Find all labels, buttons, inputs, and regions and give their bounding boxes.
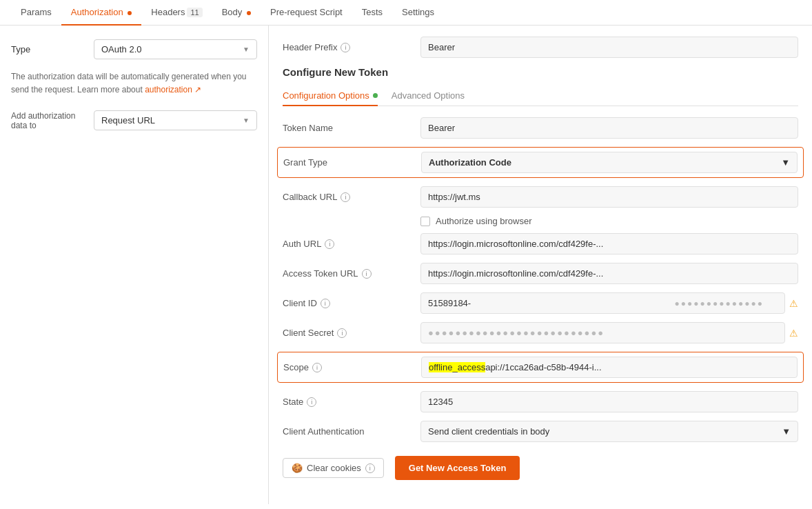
type-value: OAuth 2.0 (101, 44, 142, 54)
scope-label: Scope i (283, 362, 421, 372)
scope-rest: api://1cca26ad-c58b-4944-i... (485, 362, 601, 372)
authorize-browser-checkbox[interactable] (420, 217, 430, 226)
tab-body[interactable]: Body (212, 0, 261, 26)
get-token-button[interactable]: Get New Access Token (395, 456, 520, 480)
tab-headers[interactable]: Headers11 (141, 0, 212, 26)
header-prefix-info-icon[interactable]: i (341, 43, 350, 52)
client-secret-info-icon[interactable]: i (337, 328, 347, 338)
header-prefix-label: Header Prefix i (283, 42, 420, 52)
tab-tests[interactable]: Tests (352, 0, 392, 26)
token-name-input[interactable] (420, 117, 798, 139)
client-id-info-icon[interactable]: i (321, 299, 330, 308)
left-panel: Type OAuth 2.0 ▼ The authorization data … (0, 26, 269, 504)
add-auth-select[interactable]: Request URL ▼ (94, 110, 257, 130)
state-info-icon[interactable]: i (307, 397, 316, 407)
client-id-label: Client ID i (283, 298, 420, 308)
sub-tab-configuration[interactable]: Configuration Options (283, 86, 378, 106)
chevron-down-icon: ▼ (782, 426, 791, 437)
configure-title: Configure New Token (283, 66, 798, 78)
auth-url-info-icon[interactable]: i (325, 239, 334, 249)
client-secret-input[interactable]: ●●●●●●●●●●●●●●●●●●●●●●●●●● (420, 322, 785, 343)
token-name-label: Token Name (283, 123, 420, 133)
client-id-blurred: ●●●●●●●●●●●●●● (675, 299, 764, 308)
header-prefix-input[interactable] (420, 37, 798, 58)
add-auth-row: Add authorization data to Request URL ▼ (11, 110, 257, 130)
client-auth-row: Client Authentication Send client creden… (283, 421, 798, 442)
client-secret-row: Client Secret i ●●●●●●●●●●●●●●●●●●●●●●●●… (283, 322, 798, 343)
clear-cookies-button[interactable]: 🍪 Clear cookies i (283, 458, 384, 478)
type-select[interactable]: OAuth 2.0 ▼ (94, 39, 257, 59)
chevron-down-icon: ▼ (243, 46, 250, 53)
config-dot (373, 93, 378, 98)
auth-url-label: Auth URL i (283, 239, 420, 249)
client-secret-label: Client Secret i (283, 328, 420, 338)
chevron-down-icon: ▼ (243, 117, 250, 124)
state-input[interactable] (420, 391, 798, 412)
authorization-link[interactable]: authorization ↗ (145, 85, 201, 94)
grant-type-select[interactable]: Authorization Code ▼ (421, 152, 798, 173)
state-row: State i (283, 391, 798, 412)
tab-settings[interactable]: Settings (392, 0, 444, 26)
grant-type-row: Grant Type Authorization Code ▼ (277, 147, 804, 178)
authorize-browser-row: Authorize using browser (420, 216, 798, 226)
type-label: Type (11, 44, 94, 54)
tab-params[interactable]: Params (11, 0, 61, 26)
client-auth-select[interactable]: Send client credentials in body ▼ (420, 421, 798, 442)
body-dot (247, 11, 251, 15)
callback-url-info-icon[interactable]: i (341, 192, 350, 202)
auth-url-row: Auth URL i (283, 233, 798, 254)
access-token-url-row: Access Token URL i (283, 263, 798, 284)
clear-cookies-info-icon[interactable]: i (365, 463, 375, 473)
sub-tab-advanced[interactable]: Advanced Options (392, 86, 465, 106)
right-panel: Header Prefix i Configure New Token Conf… (269, 26, 812, 504)
auth-dot (128, 11, 132, 15)
scope-input[interactable]: offline_access api://1cca26ad-c58b-4944-… (421, 357, 798, 378)
sub-tab-bar: Configuration Options Advanced Options (283, 86, 798, 106)
authorize-browser-label: Authorize using browser (436, 216, 531, 226)
header-prefix-row: Header Prefix i (283, 37, 798, 58)
headers-badge: 11 (187, 8, 202, 17)
info-text: The authorization data will be automatic… (11, 70, 257, 97)
callback-url-input[interactable] (420, 186, 798, 208)
tab-authorization[interactable]: Authorization (61, 0, 142, 26)
client-secret-warning-icon: ⚠ (789, 328, 798, 339)
access-token-url-info-icon[interactable]: i (362, 269, 372, 279)
client-id-warning-icon: ⚠ (789, 298, 798, 309)
scope-highlight: offline_access (429, 362, 485, 372)
scope-info-icon[interactable]: i (312, 363, 322, 372)
scope-row: Scope i offline_access api://1cca26ad-c5… (277, 352, 804, 383)
client-auth-value: Send client credentials in body (428, 426, 549, 437)
client-auth-label: Client Authentication (283, 426, 420, 437)
client-id-row: Client ID i ●●●●●●●●●●●●●● ⚠ (283, 292, 798, 314)
tab-bar: Params Authorization Headers11 Body Pre-… (0, 0, 812, 26)
add-auth-label: Add authorization data to (11, 111, 94, 130)
bottom-actions: 🍪 Clear cookies i Get New Access Token (283, 456, 798, 480)
callback-url-row: Callback URL i (283, 186, 798, 208)
access-token-url-input[interactable] (420, 263, 798, 284)
tab-pre-request[interactable]: Pre-request Script (261, 0, 352, 26)
token-name-row: Token Name (283, 117, 798, 139)
callback-url-label: Callback URL i (283, 192, 420, 202)
type-row: Type OAuth 2.0 ▼ (11, 39, 257, 59)
chevron-down-icon: ▼ (781, 157, 790, 168)
main-layout: Type OAuth 2.0 ▼ The authorization data … (0, 26, 812, 504)
auth-url-input[interactable] (420, 233, 798, 254)
grant-type-value: Authorization Code (429, 157, 511, 168)
add-auth-value: Request URL (101, 115, 155, 126)
access-token-url-label: Access Token URL i (283, 268, 420, 279)
state-label: State i (283, 397, 420, 407)
grant-type-label: Grant Type (283, 157, 421, 168)
cookie-icon: 🍪 (292, 463, 303, 473)
